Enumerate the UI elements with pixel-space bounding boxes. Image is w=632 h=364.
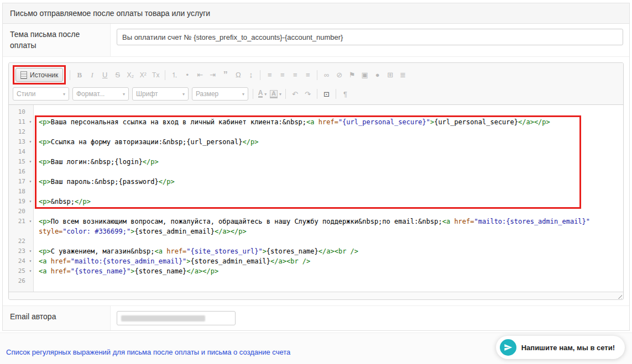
format-combo[interactable]: Формат...▾ — [72, 87, 129, 101]
toolbar-separator — [165, 70, 165, 80]
code-line-23[interactable]: 23▾<p>С уважением, магазин&nbsp;<a href=… — [9, 246, 623, 256]
image-button[interactable]: ▣ — [358, 68, 371, 82]
strikethrough-button[interactable]: S — [111, 68, 124, 82]
code-text: <p>С уважением, магазин&nbsp;<a href="{s… — [34, 246, 623, 256]
fold-toggle-icon[interactable]: ▾ — [27, 246, 34, 256]
code-line-14[interactable]: 14 — [9, 147, 623, 157]
code-line-24[interactable]: 24▾<a href="mailto:{stores_admin_email}"… — [9, 256, 623, 266]
chat-widget[interactable]: Напишите нам, мы в сети! — [496, 336, 625, 359]
line-number: 24 — [9, 256, 27, 266]
code-line-21[interactable]: 21▾<p>По всем возникающим вопросам, пожа… — [9, 217, 623, 236]
table-button[interactable]: ⊞ — [384, 68, 396, 82]
code-line-12[interactable]: 12 — [9, 127, 623, 137]
source-button[interactable]: Источник — [15, 68, 63, 82]
code-line-13[interactable]: 13▾<p>Ссылка на форму авторизации:&nbsp;… — [9, 137, 623, 147]
italic-button[interactable]: I — [86, 68, 98, 82]
toolbar-separator — [317, 89, 317, 99]
redo-icon: ↷ — [305, 90, 311, 98]
horizontal-rule-button[interactable]: ≣ — [396, 68, 409, 82]
undo-button[interactable]: ↶ — [289, 87, 301, 101]
line-number: 12 — [9, 127, 27, 137]
line-number: 15 — [9, 157, 27, 167]
fold-toggle-icon[interactable]: ▾ — [27, 117, 34, 127]
code-line-19[interactable]: 19▾<p>&nbsp;</p> — [9, 197, 623, 207]
caret-icon: ▾ — [63, 92, 65, 97]
link-button[interactable]: ∞ — [320, 68, 333, 82]
code-line-22[interactable]: 22 — [9, 236, 623, 246]
regex-list-link[interactable]: Список регулярных выражений для письма п… — [6, 348, 290, 356]
horizontal-rule-icon: ≣ — [400, 71, 406, 79]
fold-toggle-icon[interactable]: ▾ — [27, 266, 34, 276]
line-number: 11 — [9, 117, 27, 127]
align-justify-button[interactable]: ≡ — [301, 68, 314, 82]
code-line-20[interactable]: 20 — [9, 207, 623, 217]
special-char-button[interactable]: Ω — [232, 68, 244, 82]
email-author-input[interactable] — [117, 311, 236, 325]
fold-spacer — [27, 127, 34, 137]
fold-toggle-icon[interactable]: ▾ — [27, 137, 34, 147]
fold-toggle-icon[interactable]: ▾ — [27, 256, 34, 266]
code-line-25[interactable]: 25▾<a href="{stores_name}">{stores_name}… — [9, 266, 623, 276]
fold-spacer — [27, 187, 34, 197]
underline-button[interactable]: U — [98, 68, 111, 82]
blockquote-button[interactable]: ” — [219, 68, 232, 82]
toolbar-separator — [70, 70, 70, 80]
source-editor[interactable]: 1011▾<p>Ваша персональная ссылка на вход… — [9, 105, 623, 292]
toolbar-row-1: Источник BIUSX₂X²Tx⒈•⇤⇥”Ω↨≡≡≡≡∞⊘⚑▣●⊞≣ — [11, 65, 621, 85]
fold-spacer — [27, 207, 34, 217]
increase-indent-button[interactable]: ⇥ — [206, 68, 219, 82]
chat-icon-circle — [500, 339, 516, 356]
code-line-26[interactable]: 26 — [9, 276, 623, 286]
code-text: <p>По всем возникающим вопросам, пожалуй… — [34, 217, 623, 236]
anchor-button[interactable]: ⚑ — [346, 68, 358, 82]
code-line-15[interactable]: 15▾<p>Ваш логин:&nbsp;{login}</p> — [9, 157, 623, 167]
anchor-icon: ⚑ — [349, 71, 356, 79]
caret-icon: ▾ — [279, 92, 281, 97]
align-right-button[interactable]: ≡ — [289, 68, 301, 82]
superscript-button[interactable]: X² — [137, 68, 149, 82]
image-icon: ▣ — [362, 71, 368, 79]
subject-row: Тема письма после оплаты — [3, 24, 629, 56]
code-line-16[interactable]: 16 — [9, 167, 623, 177]
decrease-indent-button[interactable]: ⇤ — [194, 68, 206, 82]
fold-toggle-icon[interactable]: ▾ — [27, 197, 34, 207]
line-number: 17 — [9, 177, 27, 187]
styles-combo[interactable]: Стили▾ — [13, 87, 69, 101]
fold-spacer — [27, 236, 34, 246]
strikethrough-icon: S — [115, 71, 120, 79]
subscript-icon: X₂ — [127, 71, 134, 79]
bulleted-list-button[interactable]: • — [181, 68, 194, 82]
code-line-11[interactable]: 11▾<p>Ваша персональная ссылка на вход в… — [9, 117, 623, 127]
numbered-list-button[interactable]: ⒈ — [168, 68, 181, 82]
source-button-label: Источник — [30, 71, 58, 79]
bold-button[interactable]: B — [73, 68, 86, 82]
subscript-button[interactable]: X₂ — [124, 68, 137, 82]
align-left-button[interactable]: ≡ — [263, 68, 276, 82]
unlink-button[interactable]: ⊘ — [333, 68, 346, 82]
fold-toggle-icon[interactable]: ▾ — [27, 157, 34, 167]
numbered-list-icon: ⒈ — [171, 70, 178, 80]
remove-format-button[interactable]: Tx — [149, 68, 162, 82]
maximize-button[interactable]: ⊡ — [320, 87, 333, 101]
show-blocks-icon: ¶ — [343, 90, 347, 98]
code-line-17[interactable]: 17▾<p>Ваш пароль:&nbsp;{password}</p> — [9, 177, 623, 187]
code-line-10[interactable]: 10 — [9, 107, 623, 117]
fold-spacer — [27, 107, 34, 117]
text-color-button[interactable]: A▾ — [256, 87, 269, 101]
flash-button[interactable]: ● — [371, 68, 384, 82]
code-line-18[interactable]: 18 — [9, 187, 623, 197]
page-break-button[interactable]: ↨ — [244, 68, 257, 82]
fold-toggle-icon[interactable]: ▾ — [27, 217, 34, 236]
font-combo[interactable]: Шрифт▾ — [132, 87, 189, 101]
subject-input[interactable] — [117, 29, 623, 45]
resize-grip-icon[interactable] — [616, 293, 622, 299]
size-combo[interactable]: Размер▾ — [192, 87, 248, 101]
show-blocks-button[interactable]: ¶ — [339, 87, 352, 101]
special-char-icon: Ω — [236, 71, 241, 79]
fold-toggle-icon[interactable]: ▾ — [27, 177, 34, 187]
redo-button[interactable]: ↷ — [301, 87, 314, 101]
line-number: 22 — [9, 236, 27, 246]
background-color-button[interactable]: A▾ — [269, 87, 283, 101]
align-center-button[interactable]: ≡ — [276, 68, 289, 82]
line-number: 21 — [9, 217, 27, 236]
